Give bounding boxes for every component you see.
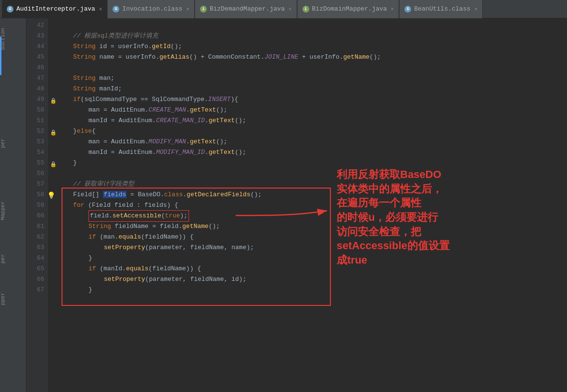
tab-close-beanutils[interactable]: ✕ (474, 6, 478, 12)
line-num-44: 44 (26, 41, 44, 52)
code-line-65: if (manId.equals(fieldName)) { (54, 264, 567, 274)
code-line-49: if(sqlCommandType == SqlCommandType.INSE… (54, 94, 567, 105)
line-num-53: 53 (26, 137, 44, 147)
code-container: 42 43 44 45 46 47 48 49 🔒 50 51 52 🔒 53 … (26, 18, 567, 392)
code-59: for (Field field : fields) { (73, 200, 178, 211)
code-line-59: for (Field field : fields) { (54, 200, 567, 211)
line-num-47: 47 (26, 73, 44, 84)
code-64: } (88, 253, 92, 264)
line-num-56: 56 (26, 168, 44, 179)
tab-close-invocation[interactable]: ✕ (186, 6, 189, 12)
line-num-46: 46 (26, 63, 44, 73)
code-line-57: // 获取审计字段类型 (54, 179, 567, 190)
code-53: man = AuditEnum.MODIFY_MAN.getText(); (88, 137, 227, 147)
code-62: if (man.equals(fieldName)) { (88, 232, 193, 242)
code-63: setProperty(parameter, fieldName, name); (104, 242, 254, 253)
code-content[interactable]: // 根据sql类型进行审计填充 String id = userInfo.ge… (48, 18, 567, 392)
code-line-52: }else{ (54, 126, 567, 137)
code-line-64: } (54, 253, 567, 264)
tab-label-bizdemand: BizDemandMapper.java (210, 5, 285, 13)
left-sidebar: duction per Mapper per pper (0, 18, 26, 392)
code-52: }else{ (73, 126, 96, 137)
tab-label-audit: AuditInterceptor.java (16, 5, 95, 13)
sidebar-label-per: per (0, 139, 26, 148)
lightbulb-icon: 💡 (48, 190, 55, 201)
code-66: setProperty(parameter, fieldName, id); (104, 274, 246, 285)
line-num-54: 54 (26, 147, 44, 158)
code-line-44: String id = userInfo.getId(); (54, 41, 567, 52)
code-line-46 (54, 63, 567, 73)
line-num-55: 55 🔒 (26, 158, 44, 168)
code-50: man = AuditEnum.CREATE_MAN.getText(); (88, 105, 227, 115)
line-num-58: 58 (26, 190, 44, 200)
code-line-51: manId = AuditEnum.CREATE_MAN_ID.getText(… (54, 115, 567, 126)
tab-icon-bizdemand: i (200, 6, 207, 13)
code-line-62: if (man.equals(fieldName)) { (54, 232, 567, 242)
sidebar-label-per2: per (0, 254, 26, 264)
code-line-47: String man; (54, 73, 567, 84)
comment-43: // 根据sql类型进行审计填充 (73, 31, 158, 41)
code-47: String man; (73, 73, 114, 84)
line-numbers: 42 43 44 45 46 47 48 49 🔒 50 51 52 🔒 53 … (26, 18, 48, 392)
code-51: manId = AuditEnum.CREATE_MAN_ID.getText(… (88, 115, 246, 126)
line-num-51: 51 (26, 115, 44, 126)
code-55: } (73, 158, 77, 168)
line-num-50: 50 (26, 105, 44, 115)
tab-label-beanutils: BeanUtils.class (414, 5, 470, 13)
tab-label-invocation: Invocation.class (122, 5, 182, 13)
line-num-65: 65 (26, 264, 44, 274)
tab-invocation[interactable]: G Invocation.class ✕ (108, 0, 194, 18)
line-num-43: 43 (26, 31, 44, 41)
tab-bizdomain[interactable]: i BizDomainMapper.java ✕ (298, 0, 400, 18)
line-num-42: 42 (26, 20, 44, 31)
line-num-67: 67 (26, 285, 44, 295)
code-line-48: String manId; (54, 84, 567, 94)
line-num-59: 59 (26, 200, 44, 211)
tab-audit-interceptor[interactable]: G AuditInterceptor.java ✕ (2, 0, 107, 18)
tab-bizdemand[interactable]: i BizDemandMapper.java ✕ (195, 0, 297, 18)
line-num-63: 63 (26, 242, 44, 253)
code-54: manId = AuditEnum.MODIFY_MAN_ID.getText(… (88, 147, 246, 158)
code-58: Field[] fields = BaseDO.class.getDeclare… (73, 190, 262, 200)
line-num-62: 62 (26, 232, 44, 242)
code-line-58: 💡 Field[] fields = BaseDO.class.getDecla… (54, 190, 567, 200)
line-num-52: 52 🔒 (26, 126, 44, 137)
code-line-55: } (54, 158, 567, 168)
code-line-61: String fieldName = field.getName(); (54, 221, 567, 232)
code-line-43: // 根据sql类型进行审计填充 (54, 31, 567, 41)
code-line-45: String name = userInfo.getAlias() + Comm… (54, 52, 567, 63)
code-44: String id = userInfo.getId(); (73, 41, 182, 52)
tab-label-bizdomain: BizDomainMapper.java (312, 5, 387, 13)
tab-icon-audit: G (7, 6, 13, 13)
code-line-42 (54, 20, 567, 31)
tab-beanutils[interactable]: G BeanUtils.class ✕ (400, 0, 483, 18)
sidebar-label-duction: duction (0, 28, 26, 50)
sidebar-label-pper: pper (0, 292, 26, 305)
comment-57: // 获取审计字段类型 (73, 179, 134, 190)
code-49: if(sqlCommandType == SqlCommandType.INSE… (73, 94, 238, 105)
code-line-63: setProperty(parameter, fieldName, name); (54, 242, 567, 253)
code-line-67: } (54, 285, 567, 295)
code-60: field.setAccessible(true); (88, 210, 189, 222)
tab-icon-beanutils: G (404, 6, 411, 13)
tab-close-audit[interactable]: ✕ (99, 6, 102, 12)
editor-area: 42 43 44 45 46 47 48 49 🔒 50 51 52 🔒 53 … (26, 18, 567, 392)
inline-red-box-setaccessible: field.setAccessible(true); (88, 210, 189, 222)
line-num-60: 60 (26, 211, 44, 221)
code-line-66: setProperty(parameter, fieldName, id); (54, 274, 567, 285)
code-48: String manId; (73, 84, 122, 94)
line-num-49: 49 🔒 (26, 94, 44, 105)
line-num-48: 48 (26, 84, 44, 94)
tab-icon-bizdomain: i (302, 6, 309, 13)
code-line-53: man = AuditEnum.MODIFY_MAN.getText(); (54, 137, 567, 147)
tab-bar: G AuditInterceptor.java ✕ G Invocation.c… (0, 0, 567, 18)
line-num-45: 45 (26, 52, 44, 63)
line-num-66: 66 (26, 274, 44, 285)
tab-close-bizdemand[interactable]: ✕ (289, 6, 292, 12)
tab-icon-invocation: G (113, 6, 119, 13)
code-45: String name = userInfo.getAlias() + Comm… (73, 52, 381, 63)
highlighted-fields: fields (103, 191, 126, 198)
tab-close-bizdomain[interactable]: ✕ (391, 6, 394, 12)
line-num-61: 61 (26, 221, 44, 232)
code-line-54: manId = AuditEnum.MODIFY_MAN_ID.getText(… (54, 147, 567, 158)
